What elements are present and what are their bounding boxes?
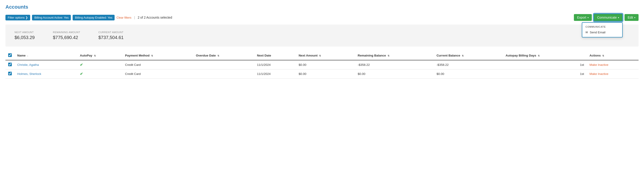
- page-title: Accounts: [6, 4, 638, 10]
- row-autopay-billing-days: 1st: [503, 60, 587, 70]
- row-payment-method: Credit Card: [122, 60, 193, 70]
- autopay-check-icon: ✔: [80, 72, 83, 76]
- th-overdue-date-label: Overdue Date: [196, 54, 216, 57]
- th-overdue-date[interactable]: Overdue Date ⇅: [193, 51, 254, 60]
- th-payment-method-sort: ⇅: [151, 54, 153, 57]
- th-name[interactable]: Name ↓: [14, 51, 77, 60]
- th-autopay-billing-days-label: Autopay Billing Days: [506, 54, 536, 57]
- accounts-table: Name ↓ AutoPay ⇅ Payment Method ⇅ Overdu…: [6, 51, 638, 78]
- select-all-checkbox[interactable]: [8, 53, 12, 57]
- filter-options-button[interactable]: Filter options ❯: [6, 15, 30, 20]
- filter-tag-active: Billing Account Active: Yes: [32, 15, 71, 20]
- th-current-balance-sort: ⇅: [462, 54, 464, 57]
- edit-label: Edit: [628, 16, 633, 19]
- th-autopay-billing-days-sort: ⇅: [538, 54, 540, 57]
- th-next-amount-label: Next Amount: [299, 54, 318, 57]
- page-container: Accounts Filter options ❯ Billing Accoun…: [0, 0, 644, 82]
- clear-filters-button[interactable]: Clear filters: [116, 16, 132, 19]
- th-actions[interactable]: Actions ⇅: [587, 51, 638, 60]
- row-autopay: ✔: [77, 60, 122, 70]
- summary-next-amount-value: $6,053.29: [14, 35, 35, 40]
- th-autopay-label: AutoPay: [80, 54, 92, 57]
- export-label: Export: [577, 16, 586, 19]
- account-name-link[interactable]: Christie, Agatha: [17, 63, 39, 66]
- th-checkbox: [6, 51, 14, 60]
- th-payment-method[interactable]: Payment Method ⇅: [122, 51, 193, 60]
- email-icon: ✉: [586, 31, 588, 34]
- account-name-link[interactable]: Holmes, Sherlock: [17, 72, 41, 76]
- th-current-balance-label: Current Balance: [436, 54, 460, 57]
- row-name: Christie, Agatha: [14, 60, 77, 70]
- table-row: Christie, Agatha ✔ Credit Card 11/1/2024…: [6, 60, 638, 70]
- summary-current-amount-value: $737,504.61: [98, 35, 124, 40]
- export-button[interactable]: Export ▾: [574, 14, 592, 21]
- row-autopay-billing-days: 1st: [503, 70, 587, 78]
- row-remaining-balance: $0.00: [355, 70, 434, 78]
- communicate-button[interactable]: Communicate ▾: [594, 14, 623, 21]
- summary-next-amount: NEXT AMOUNT $6,053.29: [14, 31, 35, 40]
- th-autopay[interactable]: AutoPay ⇅: [77, 51, 122, 60]
- summary-remaining-amount-value: $775,690.42: [53, 35, 78, 40]
- row-next-date: 11/1/2024: [254, 70, 296, 78]
- row-current-balance: $0.00: [434, 70, 503, 78]
- row-checkbox[interactable]: [8, 72, 12, 75]
- th-remaining-balance-sort: ⇅: [388, 54, 390, 57]
- th-remaining-balance[interactable]: Remaining Balance ⇅: [355, 51, 434, 60]
- summary-remaining-amount-label: REMAINING AMOUNT: [53, 31, 80, 34]
- filter-tag-autopay: Billing Autopay Enabled: Yes: [72, 15, 114, 20]
- summary-current-amount-label: CURRENT AMOUNT: [98, 31, 124, 34]
- toolbar-right: Export ▾ Communicate ▾ COMMUNICATE ✉ Sen…: [574, 14, 638, 21]
- send-email-item[interactable]: ✉ Send Email: [582, 29, 622, 36]
- summary-next-amount-label: NEXT AMOUNT: [14, 31, 34, 34]
- th-next-amount[interactable]: Next Amount ⇅: [296, 51, 355, 60]
- communicate-dropdown-wrapper: Communicate ▾ COMMUNICATE ✉ Send Email: [594, 14, 623, 21]
- autopay-check-icon: ✔: [80, 63, 83, 67]
- th-next-date-label: Next Date: [257, 54, 271, 57]
- th-autopay-billing-days[interactable]: Autopay Billing Days ⇅: [503, 51, 587, 60]
- summary-current-amount: CURRENT AMOUNT $737,504.61: [98, 31, 124, 40]
- filter-options-chevron: ❯: [26, 16, 28, 19]
- export-chevron: ▾: [588, 16, 589, 19]
- th-payment-method-label: Payment Method: [125, 54, 150, 57]
- row-remaining-balance: -$358.22: [355, 60, 434, 70]
- summary-box: NEXT AMOUNT $6,053.29 REMAINING AMOUNT $…: [6, 24, 638, 46]
- row-actions: Make Inactive: [587, 60, 638, 70]
- row-autopay: ✔: [77, 70, 122, 78]
- communicate-dropdown-header: COMMUNICATE: [582, 24, 622, 29]
- th-current-balance[interactable]: Current Balance ⇅: [434, 51, 503, 60]
- make-inactive-link[interactable]: Make Inactive: [590, 63, 608, 66]
- th-autopay-sort: ⇅: [94, 54, 96, 57]
- row-next-amount: $0.00: [296, 70, 355, 78]
- communicate-label: Communicate: [597, 16, 617, 19]
- row-current-balance: -$358.22: [434, 60, 503, 70]
- th-actions-label: Actions: [590, 54, 601, 57]
- row-checkbox[interactable]: [8, 63, 12, 66]
- th-remaining-balance-label: Remaining Balance: [358, 54, 386, 57]
- row-payment-method: Credit Card: [122, 70, 193, 78]
- th-next-amount-sort: ⇅: [319, 54, 321, 57]
- table-row: Holmes, Sherlock ✔ Credit Card 11/1/2024…: [6, 70, 638, 78]
- row-next-amount: $0.00: [296, 60, 355, 70]
- row-checkbox-cell: [6, 70, 14, 78]
- row-actions: Make Inactive: [587, 70, 638, 78]
- row-overdue-date: [193, 60, 254, 70]
- make-inactive-link[interactable]: Make Inactive: [590, 72, 608, 76]
- send-email-label: Send Email: [590, 31, 606, 34]
- separator: |: [134, 16, 135, 19]
- edit-chevron: ▾: [634, 16, 636, 19]
- filter-options-label: Filter options: [8, 16, 24, 19]
- selected-count-text: 2 of 2 Accounts selected: [138, 16, 172, 19]
- th-next-date: Next Date: [254, 51, 296, 60]
- communicate-chevron: ▾: [618, 16, 619, 19]
- th-name-label: Name: [17, 54, 26, 57]
- th-overdue-date-sort: ⇅: [218, 54, 219, 57]
- table-header-row: Name ↓ AutoPay ⇅ Payment Method ⇅ Overdu…: [6, 51, 638, 60]
- row-next-date: 11/1/2024: [254, 60, 296, 70]
- edit-button[interactable]: Edit ▾: [624, 14, 638, 21]
- th-actions-sort: ⇅: [602, 54, 604, 57]
- summary-remaining-amount: REMAINING AMOUNT $775,690.42: [53, 31, 80, 40]
- th-name-sort: ↓: [27, 54, 28, 57]
- row-name: Holmes, Sherlock: [14, 70, 77, 78]
- toolbar: Filter options ❯ Billing Account Active:…: [6, 14, 638, 21]
- row-overdue-date: [193, 70, 254, 78]
